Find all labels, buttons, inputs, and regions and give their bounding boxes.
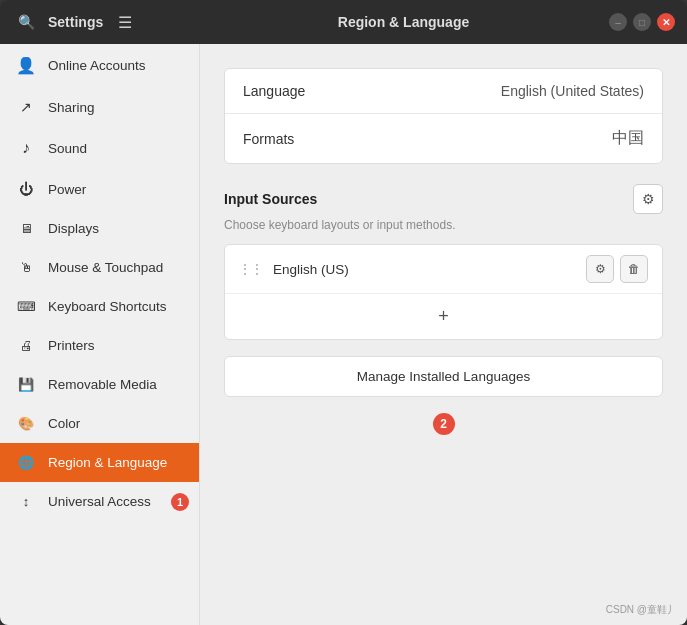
input-source-row-english: ⋮⋮ English (US) ⚙ 🗑 [225,245,662,294]
search-button[interactable]: 🔍 [12,8,40,36]
color-icon: 🎨 [16,416,36,431]
window-title: Region & Language [212,14,595,30]
add-icon: + [438,306,449,327]
mouse-icon: 🖱 [16,260,36,275]
sidebar-item-keyboard-shortcuts[interactable]: ⌨ Keyboard Shortcuts [0,287,199,326]
manage-installed-languages-button[interactable]: Manage Installed Languages [224,356,663,397]
universal-access-badge: 1 [171,493,189,511]
sidebar-item-label: Printers [48,338,95,353]
sidebar-item-label: Color [48,416,80,431]
add-input-source-button[interactable]: + [225,294,662,339]
sidebar-item-label: Universal Access [48,494,151,509]
input-sources-settings-button[interactable]: ⚙ [633,184,663,214]
language-value: English (United States) [501,83,644,99]
sidebar-item-displays[interactable]: 🖥 Displays [0,209,199,248]
formats-label: Formats [243,131,294,147]
sidebar-item-color[interactable]: 🎨 Color [0,404,199,443]
settings-icon: ⚙ [595,262,606,276]
titlebar: 🔍 Settings ☰ Region & Language – □ ✕ [0,0,687,44]
sidebar-item-universal-access[interactable]: ↕ Universal Access 1 [0,482,199,521]
input-source-actions: ⚙ 🗑 [586,255,648,283]
close-button[interactable]: ✕ [657,13,675,31]
sidebar: 👤 Online Accounts ↗ Sharing ♪ Sound ⏻ Po… [0,44,200,625]
window-controls: – □ ✕ [595,13,675,31]
sidebar-item-removable-media[interactable]: 💾 Removable Media [0,365,199,404]
sidebar-item-label: Keyboard Shortcuts [48,299,167,314]
sidebar-item-printers[interactable]: 🖨 Printers [0,326,199,365]
input-sources-title-group: Input Sources [224,191,317,207]
gear-icon: ⚙ [642,191,655,207]
sidebar-item-online-accounts[interactable]: 👤 Online Accounts [0,44,199,87]
settings-label: Settings [48,14,103,30]
minimize-icon: – [615,17,621,28]
formats-row[interactable]: Formats 中国 [225,114,662,163]
manage-installed-label: Manage Installed Languages [357,369,530,384]
online-accounts-icon: 👤 [16,56,36,75]
input-sources-title: Input Sources [224,191,317,207]
hamburger-icon: ☰ [118,13,132,32]
sidebar-item-label: Displays [48,221,99,236]
formats-value: 中国 [612,128,644,149]
page-badge: 2 [433,413,455,435]
keyboard-icon: ⌨ [16,299,36,314]
titlebar-left: 🔍 Settings ☰ [12,8,212,36]
sidebar-item-label: Online Accounts [48,58,146,73]
input-sources-desc: Choose keyboard layouts or input methods… [224,218,663,232]
language-formats-card: Language English (United States) Formats… [224,68,663,164]
minimize-button[interactable]: – [609,13,627,31]
language-label: Language [243,83,305,99]
language-row[interactable]: Language English (United States) [225,69,662,114]
content-area: Language English (United States) Formats… [200,44,687,625]
maximize-button[interactable]: □ [633,13,651,31]
sidebar-item-label: Sharing [48,100,95,115]
sidebar-item-region-language[interactable]: 🌐 Region & Language [0,443,199,482]
maximize-icon: □ [639,17,645,28]
displays-icon: 🖥 [16,221,36,236]
search-icon: 🔍 [18,14,35,30]
sound-icon: ♪ [16,139,36,157]
close-icon: ✕ [662,17,670,28]
printers-icon: 🖨 [16,338,36,353]
drag-handle-icon[interactable]: ⋮⋮ [239,262,263,276]
input-sources-card: ⋮⋮ English (US) ⚙ 🗑 + [224,244,663,340]
main-layout: 👤 Online Accounts ↗ Sharing ♪ Sound ⏻ Po… [0,44,687,625]
region-language-icon: 🌐 [16,455,36,470]
sidebar-item-label: Mouse & Touchpad [48,260,163,275]
input-source-name: English (US) [273,262,576,277]
input-source-settings-button[interactable]: ⚙ [586,255,614,283]
delete-icon: 🗑 [628,262,640,276]
sharing-icon: ↗ [16,99,36,115]
input-sources-header: Input Sources ⚙ [224,184,663,214]
power-icon: ⏻ [16,181,36,197]
sidebar-item-label: Removable Media [48,377,157,392]
app-window: 🔍 Settings ☰ Region & Language – □ ✕ 👤 [0,0,687,625]
input-source-delete-button[interactable]: 🗑 [620,255,648,283]
universal-access-icon: ↕ [16,494,36,509]
removable-media-icon: 💾 [16,377,36,392]
sidebar-item-label: Power [48,182,86,197]
sidebar-item-sharing[interactable]: ↗ Sharing [0,87,199,127]
page-indicator: 2 [224,413,663,435]
sidebar-item-mouse-touchpad[interactable]: 🖱 Mouse & Touchpad [0,248,199,287]
watermark: CSDN @童鞋丿 [606,603,677,617]
sidebar-item-label: Region & Language [48,455,167,470]
hamburger-button[interactable]: ☰ [111,8,139,36]
sidebar-item-sound[interactable]: ♪ Sound [0,127,199,169]
sidebar-item-power[interactable]: ⏻ Power [0,169,199,209]
sidebar-item-label: Sound [48,141,87,156]
